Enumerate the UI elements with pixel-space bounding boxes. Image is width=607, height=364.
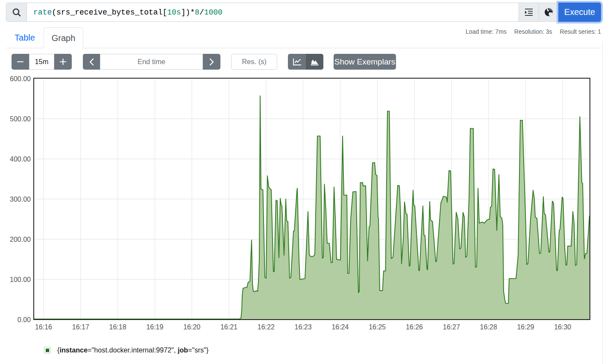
svg-text:16:25: 16:25 [369, 323, 386, 331]
svg-text:300.00: 300.00 [10, 196, 31, 203]
svg-text:16:28: 16:28 [480, 323, 497, 331]
svg-text:16:22: 16:22 [258, 323, 275, 331]
svg-text:600.00: 600.00 [10, 75, 31, 82]
svg-text:16:16: 16:16 [35, 323, 52, 331]
svg-text:16:21: 16:21 [220, 323, 238, 331]
svg-text:16:18: 16:18 [109, 323, 126, 331]
svg-text:16:29: 16:29 [517, 323, 534, 331]
svg-text:500.00: 500.00 [10, 115, 31, 123]
svg-text:16:23: 16:23 [295, 323, 312, 331]
svg-text:0.00: 0.00 [18, 316, 31, 323]
svg-text:16:24: 16:24 [331, 323, 349, 331]
svg-text:16:19: 16:19 [146, 323, 163, 331]
svg-text:16:20: 16:20 [183, 323, 200, 331]
svg-text:400.00: 400.00 [10, 156, 31, 163]
svg-text:16:27: 16:27 [443, 323, 460, 331]
svg-text:100.00: 100.00 [10, 276, 31, 283]
svg-text:16:26: 16:26 [406, 323, 423, 331]
svg-text:16:17: 16:17 [72, 323, 89, 331]
svg-text:200.00: 200.00 [10, 236, 31, 243]
svg-text:16:30: 16:30 [554, 323, 571, 331]
